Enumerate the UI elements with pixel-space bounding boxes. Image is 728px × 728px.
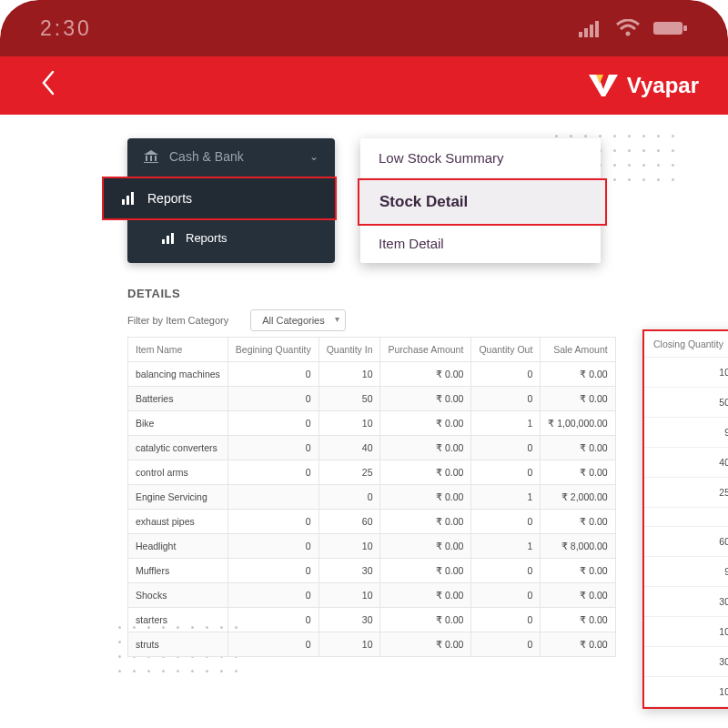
sidebar-item-reports[interactable]: Reports xyxy=(102,177,337,220)
filter-label: Filter by Item Category xyxy=(127,315,228,326)
cell: ₹ 1,00,000.00 xyxy=(541,411,615,436)
cell: 0 xyxy=(471,608,541,632)
cell: 0 xyxy=(228,608,318,632)
stock-table: Item Name Begining Quantity Quantity In … xyxy=(127,337,616,657)
table-row[interactable]: Headlight010₹ 0.001₹ 8,000.00 xyxy=(128,534,616,559)
closing-value: 25 xyxy=(644,478,728,508)
closing-value: 30 xyxy=(644,647,728,677)
cell: 0 xyxy=(471,460,541,485)
svg-rect-0 xyxy=(579,32,582,37)
report-submenu: Low Stock Summary Stock Detail Item Deta… xyxy=(360,138,601,263)
svg-rect-1 xyxy=(584,28,588,37)
cell: ₹ 0.00 xyxy=(541,608,615,632)
status-time: 2:30 xyxy=(40,16,92,41)
bank-icon xyxy=(144,150,158,163)
cell: Engine Servicing xyxy=(128,485,228,510)
cell: 0 xyxy=(228,411,318,436)
cell: ₹ 0.00 xyxy=(380,436,471,460)
menu-item-stock-detail[interactable]: Stock Detail xyxy=(358,178,607,226)
svg-rect-8 xyxy=(126,196,129,205)
menu-item-low-stock[interactable]: Low Stock Summary xyxy=(360,138,601,178)
closing-value: 10 xyxy=(644,358,728,388)
table-row[interactable]: Mufflers030₹ 0.000₹ 0.00 xyxy=(128,559,616,583)
cell: ₹ 8,000.00 xyxy=(541,534,615,559)
closing-quantity-highlight: Closing Quantity 10509402560930103010 xyxy=(642,329,728,709)
svg-rect-3 xyxy=(595,21,599,37)
cash-bank-label: Cash & Bank xyxy=(169,149,244,164)
cell: control arms xyxy=(128,460,228,485)
cell: ₹ 0.00 xyxy=(380,485,471,510)
cell: 0 xyxy=(228,510,318,534)
cell: ₹ 2,000.00 xyxy=(541,485,615,510)
cell: 10 xyxy=(318,411,380,436)
cell: 0 xyxy=(228,559,318,583)
back-button[interactable] xyxy=(40,69,56,103)
cell: 10 xyxy=(318,362,380,387)
table-row[interactable]: Engine Servicing0₹ 0.001₹ 2,000.00 xyxy=(128,485,616,510)
details-section: DETAILS Filter by Item Category All Cate… xyxy=(127,287,728,657)
cell: 0 xyxy=(471,583,541,608)
wifi-icon xyxy=(615,19,641,37)
table-row[interactable]: exhaust pipes060₹ 0.000₹ 0.00 xyxy=(128,510,616,534)
svg-rect-10 xyxy=(162,239,165,244)
cell: 0 xyxy=(471,632,541,657)
sidebar-item-cash-bank[interactable]: Cash & Bank ⌄ xyxy=(127,138,335,175)
cell: 30 xyxy=(318,559,380,583)
app-logo: Vyapar xyxy=(587,73,699,98)
cell: 0 xyxy=(471,510,541,534)
cell: struts xyxy=(128,632,228,657)
cell: 1 xyxy=(471,534,541,559)
table-row[interactable]: starters030₹ 0.000₹ 0.00 xyxy=(128,608,616,632)
table-row[interactable]: control arms025₹ 0.000₹ 0.00 xyxy=(128,460,616,485)
cell: ₹ 0.00 xyxy=(541,510,615,534)
cell: 0 xyxy=(318,485,380,510)
cell: starters xyxy=(128,608,228,632)
svg-rect-7 xyxy=(122,199,125,205)
col-begin-qty[interactable]: Begining Quantity xyxy=(228,338,318,362)
closing-value: 10 xyxy=(644,677,728,707)
table-row[interactable]: Batteries050₹ 0.000₹ 0.00 xyxy=(128,387,616,411)
col-sale-amt[interactable]: Sale Amount xyxy=(541,338,615,362)
category-filter-select[interactable]: All Categories xyxy=(250,309,345,331)
cell: 10 xyxy=(318,632,380,657)
signal-icon xyxy=(579,19,602,37)
details-title: DETAILS xyxy=(127,287,728,300)
menu-item-item-detail[interactable]: Item Detail xyxy=(360,224,601,263)
cell: 0 xyxy=(228,632,318,657)
col-qty-out[interactable]: Quantity Out xyxy=(471,338,541,362)
table-row[interactable]: Bike010₹ 0.001₹ 1,00,000.00 xyxy=(128,411,616,436)
cell: 10 xyxy=(318,583,380,608)
cell: ₹ 0.00 xyxy=(380,362,471,387)
cell: Bike xyxy=(128,411,228,436)
cell: 1 xyxy=(471,485,541,510)
svg-rect-12 xyxy=(171,233,174,244)
cell: 0 xyxy=(228,583,318,608)
table-row[interactable]: struts010₹ 0.000₹ 0.00 xyxy=(128,632,616,657)
table-row[interactable]: Shocks010₹ 0.000₹ 0.00 xyxy=(128,583,616,608)
cell: ₹ 0.00 xyxy=(541,559,615,583)
cell: 25 xyxy=(318,460,380,485)
svg-point-4 xyxy=(626,32,631,36)
cell: Shocks xyxy=(128,583,228,608)
col-closing-qty: Closing Quantity xyxy=(644,331,728,358)
closing-value: 40 xyxy=(644,448,728,478)
col-qty-in[interactable]: Quantity In xyxy=(318,338,380,362)
bar-chart-icon xyxy=(162,233,175,244)
logo-text: Vyapar xyxy=(627,73,699,98)
cell: ₹ 0.00 xyxy=(541,460,615,485)
col-item-name[interactable]: Item Name xyxy=(128,338,228,362)
table-row[interactable]: catalytic converters040₹ 0.000₹ 0.00 xyxy=(128,436,616,460)
cell: ₹ 0.00 xyxy=(541,632,615,657)
sidebar-item-reports-sub[interactable]: Reports xyxy=(127,220,335,256)
closing-value: 10 xyxy=(644,617,728,647)
closing-value: 50 xyxy=(644,388,728,418)
cell: ₹ 0.00 xyxy=(380,583,471,608)
cell: 30 xyxy=(318,608,380,632)
cell: catalytic converters xyxy=(128,436,228,460)
cell: ₹ 0.00 xyxy=(380,559,471,583)
cell: ₹ 0.00 xyxy=(380,411,471,436)
svg-rect-2 xyxy=(590,25,593,37)
cell: ₹ 0.00 xyxy=(380,387,471,411)
col-purchase-amt[interactable]: Purchase Amount xyxy=(380,338,471,362)
table-row[interactable]: balancing machines010₹ 0.000₹ 0.00 xyxy=(128,362,616,387)
